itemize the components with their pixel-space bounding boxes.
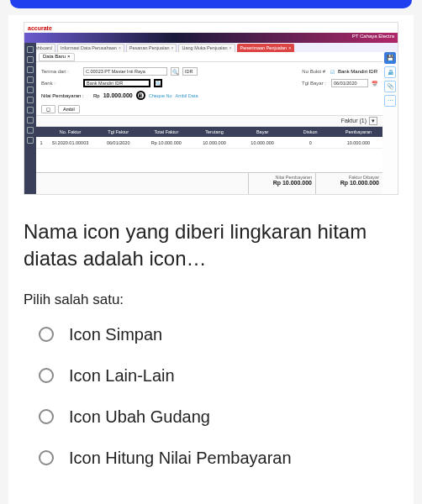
terima-input[interactable]: C.00023 PT Master Inti Raya <box>83 67 167 76</box>
close-icon[interactable]: × <box>229 45 232 52</box>
btn-ambil[interactable]: Ambil <box>58 105 80 113</box>
cheque-link[interactable]: Cheque No <box>149 93 172 98</box>
terima-label: Terima dari : <box>41 69 80 74</box>
currency-input[interactable]: IDR <box>182 67 198 76</box>
btn-blank[interactable]: ◻ <box>41 105 55 113</box>
sidebar-icon[interactable] <box>27 117 34 123</box>
bank-label: Bank : <box>41 81 80 86</box>
sidebar-icon[interactable] <box>27 97 34 103</box>
question-text: Nama icon yang diberi lingkaran hitam di… <box>24 218 398 273</box>
close-icon[interactable]: × <box>67 53 71 60</box>
main-tabs: Dashboard Informasi Data Perusahaan× Pes… <box>24 43 398 52</box>
sidebar-icon[interactable] <box>27 137 34 144</box>
app-header: PT Cahaya Electra <box>24 33 398 43</box>
tgl-input[interactable]: 06/01/2020 <box>331 79 368 87</box>
sidebar-icon[interactable] <box>27 127 34 134</box>
tab-info[interactable]: Informasi Data Perusahaan× <box>57 44 124 52</box>
option-2[interactable]: Icon Lain-Lain <box>24 366 398 386</box>
quiz-card: accurate PT Cahaya Electra Dashboard Inf… <box>8 15 414 504</box>
table-header: No. FakturTgl FakturTotal FakturTerutang… <box>36 127 382 137</box>
more-icon[interactable]: ⋯ <box>384 95 396 107</box>
save-icon[interactable]: 💾 <box>384 52 396 64</box>
print-icon[interactable]: 🖶 <box>384 66 396 78</box>
radio-icon[interactable] <box>39 368 54 383</box>
tab-pesanan[interactable]: Pesanan Penjualan× <box>126 44 177 52</box>
tgl-label: Tgl Bayar : <box>302 81 326 86</box>
footer-totals: Nilai PembayaranRp 10.000.000 Faktur Dib… <box>36 172 382 194</box>
radio-icon[interactable] <box>39 409 54 424</box>
checkbox-icon[interactable]: ☑ <box>330 69 335 75</box>
nilai-amount: 10.000.000 <box>103 92 133 98</box>
sub-tabs: Data Baru× <box>36 52 382 62</box>
hitung-nilai-icon[interactable]: 🖩 <box>136 91 145 100</box>
sidebar-icon[interactable] <box>27 66 34 73</box>
calendar-icon[interactable]: 📅 <box>372 81 377 87</box>
attach-icon[interactable]: 📎 <box>384 81 396 92</box>
left-sidebar <box>24 43 36 194</box>
ambil-link[interactable]: Ambil Data <box>176 93 198 98</box>
screenshot: accurate PT Cahaya Electra Dashboard Inf… <box>24 22 398 195</box>
search-icon[interactable]: 🔍 <box>171 67 179 76</box>
subtab-databaru[interactable]: Data Baru× <box>39 53 75 61</box>
sidebar-icon[interactable] <box>27 46 34 53</box>
sidebar-icon[interactable] <box>27 87 34 93</box>
option-label: Icon Ubah Gudang <box>69 407 210 427</box>
close-icon[interactable]: × <box>288 45 291 52</box>
nobukti-label: No Bukti # <box>302 69 325 74</box>
app-logo: accurate <box>28 25 52 31</box>
company-name: PT Cahaya Electra <box>352 34 394 39</box>
option-4[interactable]: Icon Hitung Nilai Pembayaran <box>24 449 398 468</box>
close-icon[interactable]: × <box>119 45 121 52</box>
tab-uangmuka[interactable]: Uang Muka Penjualan× <box>178 44 235 52</box>
right-sidebar: 💾 🖶 📎 ⋯ <box>382 52 398 107</box>
search-icon[interactable]: 🔍 <box>154 79 162 87</box>
option-label: Icon Simpan <box>69 325 162 344</box>
table-row[interactable]: 1SI.2020.01.0000306/01/2020Rp 10.000.000… <box>36 137 382 149</box>
app-titlebar: accurate <box>24 23 398 33</box>
top-banner <box>10 0 412 8</box>
option-label: Icon Lain-Lain <box>69 366 175 386</box>
close-icon[interactable]: × <box>171 45 174 52</box>
chevron-down-icon[interactable]: ▾ <box>369 117 377 125</box>
nilai-cur: Rp <box>93 93 100 98</box>
option-label: Icon Hitung Nilai Pembayaran <box>69 449 292 468</box>
option-3[interactable]: Icon Ubah Gudang <box>24 407 398 427</box>
radio-icon[interactable] <box>39 327 54 342</box>
sidebar-icon[interactable] <box>27 76 34 83</box>
option-1[interactable]: Icon Simpan <box>24 325 398 344</box>
faktur-label: Faktur (1)▾ <box>341 117 377 125</box>
form-body: Data Baru× Terima dari : C.00023 PT Mast… <box>36 52 382 194</box>
sidebar-icon[interactable] <box>27 56 34 63</box>
nilai-label: Nilai Pembayaran : <box>41 93 90 98</box>
instruction-text: Pilih salah satu: <box>24 291 398 308</box>
radio-icon[interactable] <box>39 450 54 465</box>
nobukti-value: Bank Mandiri IDR <box>338 69 377 74</box>
bank-input[interactable]: Bank Mandiri IDR <box>83 79 150 87</box>
tab-penerimaan[interactable]: Penerimaan Penjualan× <box>237 44 295 52</box>
sidebar-icon[interactable] <box>27 107 34 113</box>
